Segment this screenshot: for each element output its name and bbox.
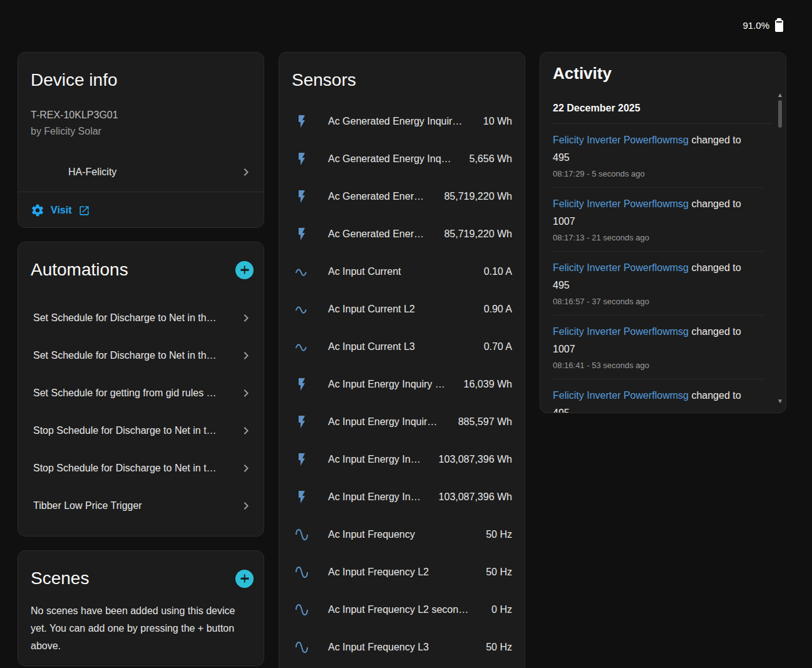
sine-wave-icon: [294, 602, 309, 617]
flash-icon: [294, 414, 309, 429]
chevron-right-icon: [239, 386, 254, 401]
battery-icon: [775, 20, 783, 32]
log-new-state: 1007: [553, 213, 764, 230]
card-title-automations: Automations: [31, 259, 128, 281]
entity-link[interactable]: Felicity Inverter Powerflowmsg: [553, 262, 689, 273]
chevron-right-icon: [239, 423, 254, 438]
flash-icon: [294, 452, 309, 467]
automation-item[interactable]: Set Schedule for getting from gid rules …: [18, 374, 264, 412]
sensor-row[interactable]: Ac Input Frequency L2 50 Hz: [279, 553, 525, 591]
automation-item[interactable]: Set Schedule for Discharge to Net in th…: [18, 337, 264, 374]
flash-icon: [294, 189, 309, 204]
sensor-value: 50 Hz: [486, 642, 512, 653]
log-action: changed to: [691, 198, 741, 209]
sensor-value: 10 Wh: [483, 116, 512, 127]
log-timestamp: 08:16:57 - 37 seconds ago: [553, 295, 764, 308]
device-model: T-REX-10KLP3G01: [31, 109, 251, 121]
log-timestamp: 08:17:13 - 21 seconds ago: [553, 232, 764, 244]
gear-icon: [31, 203, 44, 217]
sensors-card: Sensors Ac Generated Energy Inquir… 10 W…: [279, 52, 525, 668]
add-automation-button[interactable]: [235, 261, 254, 279]
automation-item[interactable]: Set Schedule for Discharge to Net in th…: [18, 299, 264, 337]
logbook-entry: Felicity Inverter Powerflowmsg changed t…: [553, 188, 764, 252]
entity-link[interactable]: Felicity Inverter Powerflowmsg: [553, 135, 689, 145]
add-scene-button[interactable]: [235, 570, 254, 588]
entity-link[interactable]: Felicity Inverter Powerflowmsg: [553, 390, 689, 401]
activity-scrollbar: ▲ ▼: [776, 91, 784, 408]
log-new-state: 495: [553, 277, 764, 294]
via-device-row[interactable]: HA-Felicity: [18, 157, 264, 187]
automations-list: Set Schedule for Discharge to Net in th……: [18, 299, 264, 525]
log-action: changed to: [691, 390, 741, 401]
automation-item[interactable]: Stop Schedule for Discharge to Net in t…: [18, 412, 264, 450]
log-action: changed to: [691, 326, 741, 337]
sensor-value: 16,039 Wh: [464, 379, 512, 390]
sine-wave-icon: [294, 565, 309, 580]
visit-device-link[interactable]: Visit: [18, 192, 264, 228]
device-info-card: Device info T-REX-10KLP3G01 by Felicity …: [18, 52, 264, 228]
automation-item[interactable]: Stop Schedule for Discharge to Net in t…: [18, 450, 264, 487]
sensor-row[interactable]: Ac Input Current 0.10 A: [279, 253, 525, 290]
sensor-row[interactable]: Ac Input Energy In… 103,087,396 Wh: [279, 478, 525, 516]
sensor-row[interactable]: Ac Input Current L3 0.70 A: [279, 328, 525, 366]
status-bar: 91.0%: [0, 0, 812, 50]
sensor-value: 885,597 Wh: [458, 416, 512, 428]
visit-label: Visit: [51, 205, 72, 216]
sensor-row[interactable]: Ac Generated Ener… 85,719,220 Wh: [279, 215, 525, 253]
sensor-row[interactable]: Ac Input Frequency L3 50 Hz: [279, 629, 525, 666]
log-action: changed to: [691, 262, 741, 273]
scrollbar-up-arrow[interactable]: ▲: [776, 91, 784, 99]
sensor-value: 103,087,396 Wh: [439, 454, 512, 465]
sensor-row[interactable]: Ac Input Frequency L2 secon… 0 Hz: [279, 591, 525, 629]
sensor-value: 0.70 A: [484, 341, 512, 352]
sensor-value: 0.10 A: [484, 266, 512, 277]
automations-card: Automations Set Schedule for Discharge t…: [18, 242, 264, 537]
current-ac-icon: [294, 264, 309, 279]
logbook-list: Felicity Inverter Powerflowmsg changed t…: [540, 124, 786, 413]
scrollbar-down-arrow[interactable]: ▼: [776, 398, 784, 405]
log-new-state: 1007: [553, 341, 764, 358]
open-in-new-icon: [78, 205, 90, 217]
current-ac-icon: [294, 339, 309, 354]
sensors-list: Ac Generated Energy Inquir… 10 Wh Ac Gen…: [279, 103, 525, 666]
sensor-row[interactable]: Ac Input Current L2 0.90 A: [279, 290, 525, 328]
battery-percentage: 91.0%: [743, 20, 769, 31]
automation-item[interactable]: Tibber Low Price Trigger: [18, 487, 264, 525]
sensor-value: 85,719,220 Wh: [444, 191, 512, 202]
sensor-value: 50 Hz: [486, 529, 512, 540]
device-page: 91.0% Device info T-REX-10KLP3G01 by Fel…: [0, 0, 812, 668]
logbook-entry: Felicity Inverter Powerflowmsg changed t…: [553, 379, 764, 413]
scenes-card: Scenes No scenes have been added using t…: [18, 550, 264, 666]
sensor-value: 0 Hz: [491, 604, 512, 615]
card-title-device-info: Device info: [31, 69, 251, 91]
chevron-right-icon: [239, 311, 254, 326]
sensor-value: 103,087,396 Wh: [439, 491, 512, 503]
flash-icon: [294, 227, 309, 242]
flash-icon: [294, 114, 309, 129]
log-action: changed to: [691, 135, 741, 145]
sensor-row[interactable]: Ac Input Energy Inquir… 885,597 Wh: [279, 403, 525, 441]
sine-wave-icon: [294, 640, 309, 655]
chevron-right-icon: [239, 461, 254, 476]
sensor-row[interactable]: Ac Generated Energy Inquir… 10 Wh: [279, 103, 525, 140]
card-title-scenes: Scenes: [31, 567, 89, 590]
chevron-right-icon: [239, 165, 254, 180]
sensor-row[interactable]: Ac Input Frequency 50 Hz: [279, 516, 525, 553]
logbook-date-header: 22 December 2025: [553, 103, 773, 124]
logbook-entry: Felicity Inverter Powerflowmsg changed t…: [553, 316, 764, 379]
log-timestamp: 08:17:29 - 5 seconds ago: [553, 168, 764, 180]
via-device-name: HA-Felicity: [68, 167, 116, 178]
log-timestamp: 08:16:41 - 53 seconds ago: [553, 359, 764, 372]
sensor-value: 50 Hz: [486, 567, 512, 578]
current-ac-icon: [294, 302, 309, 317]
scrollbar-thumb[interactable]: [778, 100, 782, 128]
sensor-row[interactable]: Ac Input Energy Inquiry … 16,039 Wh: [279, 366, 525, 403]
card-title-activity: Activity: [553, 64, 773, 83]
scenes-empty-text: No scenes have been added using this dev…: [31, 602, 251, 655]
sensor-row[interactable]: Ac Generated Ener… 85,719,220 Wh: [279, 178, 525, 215]
entity-link[interactable]: Felicity Inverter Powerflowmsg: [553, 198, 689, 209]
sensor-row[interactable]: Ac Input Energy In… 103,087,396 Wh: [279, 441, 525, 478]
sensor-row[interactable]: Ac Generated Energy Inq… 5,656 Wh: [279, 140, 525, 178]
logbook-entry: Felicity Inverter Powerflowmsg changed t…: [553, 124, 764, 188]
entity-link[interactable]: Felicity Inverter Powerflowmsg: [553, 326, 689, 337]
